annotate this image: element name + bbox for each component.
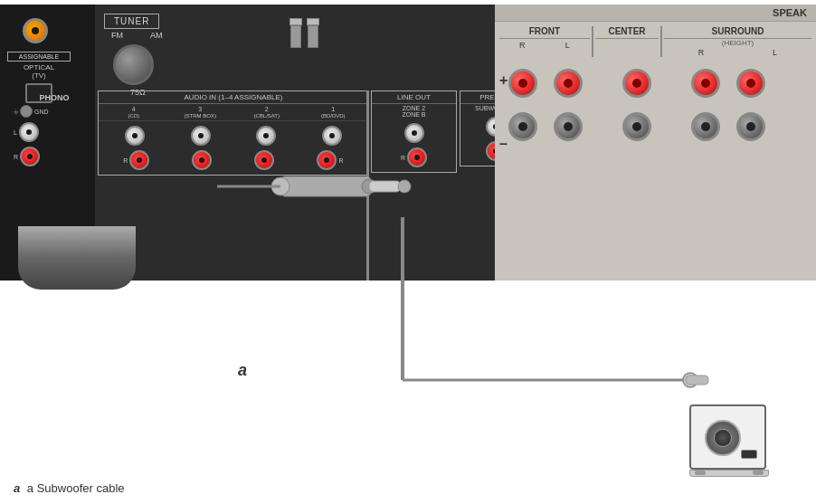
- center-header: CENTER: [595, 26, 659, 57]
- negative-terminals: [495, 105, 816, 148]
- subwoofer: [689, 404, 771, 477]
- subwoofer-foot-left: [695, 471, 706, 475]
- front-header: FRONT R L: [499, 26, 590, 57]
- subwoofer-cone: [714, 429, 732, 447]
- subwoofer-base: [689, 470, 769, 477]
- line-out-title: LINE OUT: [372, 91, 456, 104]
- r-label-phono: R: [123, 157, 128, 164]
- tuner-knob: [113, 44, 154, 85]
- speak-header: SPEAK: [495, 5, 816, 22]
- front-r-pos: [508, 69, 537, 98]
- optical-text: OPTICAL: [7, 63, 71, 71]
- cable-label: a a Subwoofer cable: [14, 481, 125, 495]
- rca-white-2: [256, 126, 276, 146]
- phono-label: PHONO: [14, 93, 95, 102]
- line-out-rca-red: [407, 147, 427, 167]
- rca-red-2: [254, 150, 274, 170]
- zone2-label: ZONE 2 ZONE B: [372, 104, 456, 119]
- subwoofer-driver: [705, 420, 741, 456]
- surround-l-pos: [736, 69, 765, 98]
- surround-r-neg: [691, 112, 720, 141]
- speaker-channel-headers: FRONT R L CENTER SURROUND (HEIGHT) R: [495, 22, 816, 57]
- line-out-white-rcas: [372, 119, 456, 147]
- red-rca-row: R R: [99, 150, 368, 175]
- center-neg: [622, 112, 651, 141]
- main-container: ASSIGNABLE OPTICAL (TV) TUNER FM AM 75: [0, 0, 816, 504]
- rca-white-4: [125, 126, 145, 146]
- subwoofer-port: [741, 450, 757, 459]
- orange-rca: [23, 18, 48, 43]
- gnd-label-text: GND: [34, 109, 49, 115]
- subwoofer-feet: [690, 471, 768, 475]
- phono-rca-red: [20, 147, 40, 166]
- subwoofer-foot-right: [753, 471, 764, 475]
- am-terminals: [289, 18, 319, 48]
- svg-point-8: [683, 373, 697, 387]
- rca-red-4: [129, 150, 149, 170]
- phono-r: R: [14, 147, 95, 166]
- surround-l-neg: [736, 112, 765, 141]
- rca-white-1: [322, 126, 342, 146]
- minus-label: –: [499, 136, 508, 152]
- phono-section: PHONO ⏚ GND L R: [14, 93, 95, 166]
- phono-l: L: [14, 122, 95, 142]
- line-out-rca-white: [404, 123, 424, 143]
- line-out-red-rca: R: [372, 147, 456, 172]
- surround-header: SURROUND (HEIGHT) R L: [664, 26, 811, 57]
- surround-r-pos: [691, 69, 720, 98]
- ch4-label: 4(CD): [107, 106, 161, 119]
- subwoofer-body: [689, 404, 766, 470]
- speaker-section: SPEAK FRONT R L CENTER SURROUND: [495, 5, 816, 281]
- front-l-pos: [554, 69, 583, 98]
- audio-in-title: AUDIO IN (1–4 ASSIGNABLE): [99, 91, 368, 104]
- center-pos: [622, 69, 651, 98]
- svg-rect-9: [686, 376, 708, 385]
- gnd-area: ⏚ GND: [14, 105, 95, 118]
- gnd-terminal: [20, 105, 33, 118]
- rca-white-3: [191, 126, 211, 146]
- channel-labels: 4(CD) 3(STRM BOX) 2(CBL/SAT) 1(BD/DVD): [99, 104, 368, 121]
- front-l-neg: [554, 112, 583, 141]
- r-label-1: R: [339, 157, 344, 164]
- divider-line: [366, 90, 369, 281]
- rca-red-3: [192, 150, 212, 170]
- optical-subtext: (TV): [7, 71, 71, 80]
- front-r-neg: [508, 112, 537, 141]
- receiver-foot: [18, 226, 136, 290]
- ch1-label: 1(BD/DVD): [306, 106, 360, 119]
- positive-terminals: [495, 62, 816, 105]
- tuner-section: TUNER FM AM 75Ω: [104, 12, 163, 97]
- line-out-section: LINE OUT ZONE 2 ZONE B R: [371, 90, 457, 173]
- plus-label: +: [499, 72, 508, 89]
- phono-rca-white: [19, 122, 39, 142]
- surround-rl: R L: [664, 48, 811, 57]
- ch3-label: 3(STRM BOX): [173, 106, 227, 119]
- svg-text:a: a: [238, 361, 247, 379]
- front-rl: R L: [499, 41, 590, 50]
- tuner-fm-am: FM AM: [104, 31, 163, 40]
- tuner-box: TUNER: [104, 14, 159, 29]
- ch2-label: 2(CBL/SAT): [240, 106, 294, 119]
- rca-red-1a: [317, 150, 337, 170]
- white-rca-row: [99, 121, 368, 150]
- audio-in-section: AUDIO IN (1–4 ASSIGNABLE) 4(CD) 3(STRM B…: [98, 90, 369, 176]
